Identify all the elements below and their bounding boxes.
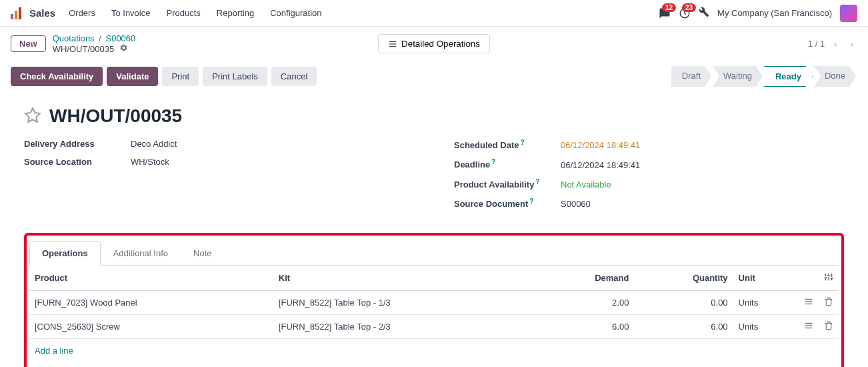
action-bar: Check Availability Validate Print Print … <box>0 61 868 92</box>
col-demand: Demand <box>537 266 634 291</box>
nav-configuration[interactable]: Configuration <box>270 8 321 18</box>
col-quantity: Quantity <box>634 266 733 291</box>
scheduled-date-label: Scheduled Date? <box>454 139 561 150</box>
col-kit: Kit <box>273 266 538 291</box>
table-row[interactable]: [CONS_25630] Screw [FURN_8522] Table Top… <box>29 315 839 339</box>
trash-icon[interactable] <box>824 322 833 332</box>
scheduled-date-value[interactable]: 06/12/2024 18:49:41 <box>561 140 640 150</box>
activities-icon[interactable]: 23 <box>679 7 691 19</box>
deadline-label: Deadline? <box>454 158 561 169</box>
cell-unit[interactable]: Units <box>733 291 799 315</box>
delivery-address-value[interactable]: Deco Addict <box>131 139 177 149</box>
operations-panel: Operations Additional Info Note Product … <box>24 233 844 367</box>
cell-demand[interactable]: 6.00 <box>537 315 634 339</box>
delivery-address-label: Delivery Address <box>24 139 131 149</box>
tools-icon[interactable] <box>699 7 709 19</box>
content: WH/OUT/00035 Delivery Address Deco Addic… <box>0 92 868 367</box>
availability-label: Product Availability? <box>454 178 561 190</box>
title-row: WH/OUT/00035 <box>24 105 844 127</box>
svg-rect-19 <box>805 304 813 304</box>
list-icon[interactable] <box>804 298 813 308</box>
tab-operations[interactable]: Operations <box>29 241 101 266</box>
status-ready[interactable]: Ready <box>764 66 813 87</box>
col-settings[interactable] <box>819 266 839 291</box>
form-grid: Delivery Address Deco Addict Source Loca… <box>24 139 844 217</box>
svg-rect-0 <box>11 14 13 19</box>
nav-reporting[interactable]: Reporting <box>217 8 254 18</box>
form-right: Scheduled Date? 06/12/2024 18:49:41 Dead… <box>454 139 844 217</box>
detailed-operations-label: Detailed Operations <box>401 39 480 49</box>
breadcrumb-quotations[interactable]: Quotations <box>53 33 95 43</box>
messages-badge: 12 <box>662 3 676 12</box>
tab-additional-info[interactable]: Additional Info <box>101 241 181 265</box>
gear-icon[interactable] <box>119 44 128 54</box>
deadline-value[interactable]: 06/12/2024 18:49:41 <box>561 160 640 170</box>
table-row[interactable]: [FURN_7023] Wood Panel [FURN_8522] Table… <box>29 291 839 315</box>
print-button[interactable]: Print <box>162 67 199 86</box>
svg-rect-21 <box>805 326 813 326</box>
svg-rect-18 <box>805 302 813 302</box>
app-logo-icon <box>11 7 24 20</box>
cell-product[interactable]: [CONS_25630] Screw <box>29 315 273 339</box>
operations-table: Product Kit Demand Quantity Unit [FURN_7… <box>29 266 839 339</box>
page-title: WH/OUT/00035 <box>49 105 182 127</box>
source-location-value[interactable]: WH/Stock <box>131 157 169 167</box>
pager-count: 1 / 1 <box>808 39 825 49</box>
status-draft[interactable]: Draft <box>671 66 711 87</box>
add-line-link[interactable]: Add a line <box>29 339 79 362</box>
app-name[interactable]: Sales <box>29 7 55 19</box>
form-left: Delivery Address Deco Addict Source Loca… <box>24 139 414 217</box>
company-selector[interactable]: My Company (San Francisco) <box>717 8 832 18</box>
breadcrumb-order[interactable]: S00060 <box>105 33 135 43</box>
status-done[interactable]: Done <box>814 66 856 87</box>
cell-quantity[interactable]: 6.00 <box>634 315 733 339</box>
pager-next-icon[interactable]: › <box>847 37 857 50</box>
cell-demand[interactable]: 2.00 <box>537 291 634 315</box>
list-icon[interactable] <box>804 322 813 332</box>
svg-rect-17 <box>805 299 813 300</box>
validate-button[interactable]: Validate <box>107 67 158 86</box>
new-button[interactable]: New <box>11 35 46 52</box>
print-labels-button[interactable]: Print Labels <box>203 67 267 86</box>
nav-toinvoice[interactable]: To Invoice <box>111 8 151 18</box>
tabs: Operations Additional Info Note <box>29 241 839 266</box>
cell-kit[interactable]: [FURN_8522] Table Top - 2/3 <box>273 315 538 339</box>
status-flow: Draft Waiting Ready Done <box>671 66 857 87</box>
cell-unit[interactable]: Units <box>733 315 799 339</box>
cancel-button[interactable]: Cancel <box>271 67 317 86</box>
activities-badge: 23 <box>682 3 696 12</box>
cell-product[interactable]: [FURN_7023] Wood Panel <box>29 291 273 315</box>
user-avatar[interactable] <box>840 5 857 22</box>
svg-rect-2 <box>19 7 21 19</box>
nav-products[interactable]: Products <box>166 8 200 18</box>
messages-icon[interactable]: 12 <box>659 7 671 19</box>
header-row: New Quotations / S00060 WH/OUT/00035 Det… <box>0 27 868 61</box>
check-availability-button[interactable]: Check Availability <box>11 67 103 86</box>
nav-orders[interactable]: Orders <box>69 8 95 18</box>
trash-icon[interactable] <box>824 298 833 308</box>
svg-rect-1 <box>15 11 17 19</box>
topbar: Sales Orders To Invoice Products Reporti… <box>0 0 868 27</box>
col-product: Product <box>29 266 273 291</box>
pager-prev-icon[interactable]: ‹ <box>830 37 841 50</box>
svg-rect-20 <box>805 323 813 324</box>
availability-value: Not Available <box>561 179 611 190</box>
col-detail <box>799 266 819 291</box>
star-icon[interactable] <box>24 107 41 126</box>
breadcrumb-current: WH/OUT/00035 <box>53 44 114 54</box>
source-doc-label: Source Document? <box>454 198 561 209</box>
detailed-operations-button[interactable]: Detailed Operations <box>378 34 490 53</box>
svg-marker-7 <box>25 108 40 122</box>
cell-quantity[interactable]: 0.00 <box>634 291 733 315</box>
nav-menu: Orders To Invoice Products Reporting Con… <box>69 8 659 18</box>
tab-note[interactable]: Note <box>181 241 224 265</box>
svg-rect-22 <box>805 328 813 328</box>
status-waiting[interactable]: Waiting <box>713 66 763 87</box>
pager: 1 / 1 ‹ › <box>808 37 857 50</box>
breadcrumb-sep: / <box>99 33 101 43</box>
cell-kit[interactable]: [FURN_8522] Table Top - 1/3 <box>273 291 538 315</box>
source-location-label: Source Location <box>24 157 131 167</box>
col-unit: Unit <box>733 266 799 291</box>
source-doc-value[interactable]: S00060 <box>561 199 591 209</box>
topbar-right: 12 23 My Company (San Francisco) <box>659 5 857 22</box>
